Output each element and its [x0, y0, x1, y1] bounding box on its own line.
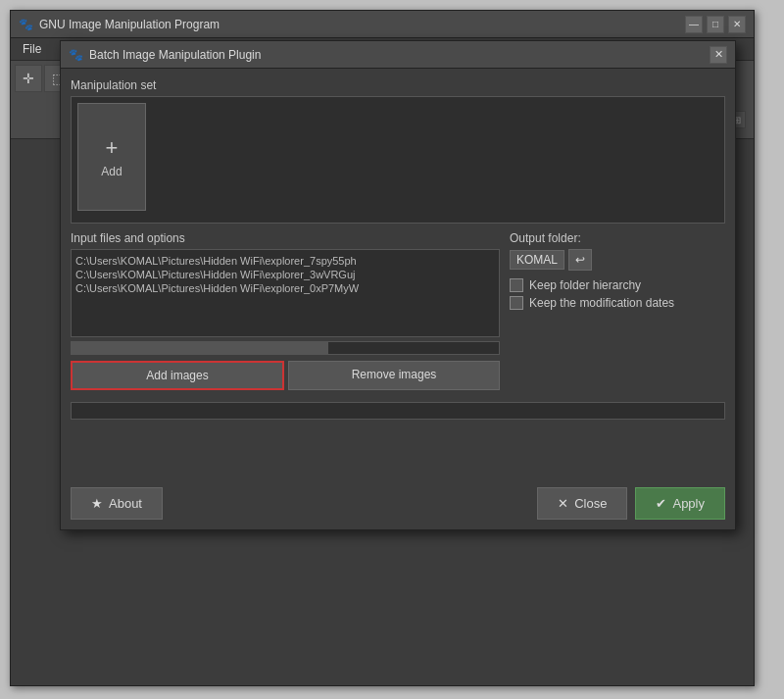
add-label: Add — [101, 165, 122, 178]
remove-images-button[interactable]: Remove images — [288, 361, 500, 390]
keep-dates-label: Keep the modification dates — [529, 296, 674, 310]
keep-hierarchy-checkbox[interactable] — [510, 278, 523, 292]
file-buttons: Add images Remove images — [71, 361, 500, 390]
manipulation-set-section: Manipulation set + Add — [71, 78, 725, 224]
menu-file[interactable]: File — [15, 40, 49, 58]
title-bar-controls: — □ ✕ — [685, 16, 746, 33]
dialog-title: Batch Image Manipulation Plugin — [89, 48, 261, 62]
keep-hierarchy-label: Keep folder hierarchy — [529, 278, 641, 292]
output-folder-label: Output folder: — [510, 231, 725, 245]
about-icon: ★ — [91, 496, 103, 511]
progress-bar-fill — [72, 342, 328, 354]
input-files-left: Input files and options C:\Users\KOMAL\P… — [71, 231, 500, 390]
title-bar-left: 🐾 GNU Image Manipulation Program — [19, 18, 220, 31]
manipulation-set-label: Manipulation set — [71, 78, 725, 92]
file-entry-2: C:\Users\KOMAL\Pictures\Hidden WiFi\expl… — [75, 281, 495, 295]
dialog-close-button[interactable]: ✕ — [710, 46, 727, 64]
apply-button[interactable]: ✔ Apply — [635, 487, 725, 520]
title-bar: 🐾 GNU Image Manipulation Program — □ ✕ — [11, 11, 754, 38]
app-icon: 🐾 — [19, 18, 33, 31]
keep-dates-checkbox[interactable] — [510, 296, 523, 310]
keep-dates-row: Keep the modification dates — [510, 296, 725, 310]
output-folder-button[interactable]: ↩ — [568, 249, 592, 271]
apply-label: Apply — [672, 496, 705, 511]
manipulation-set-area: + Add — [71, 96, 725, 224]
file-entry-0: C:\Users\KOMAL\Pictures\Hidden WiFi\expl… — [75, 254, 495, 268]
close-button[interactable]: ✕ — [728, 16, 746, 33]
progress-bar — [71, 341, 500, 355]
input-files-section: Input files and options C:\Users\KOMAL\P… — [71, 231, 725, 390]
close-icon: ✕ — [558, 496, 568, 511]
output-folder-value: KOMAL — [510, 250, 564, 270]
input-files-right: Output folder: KOMAL ↩ Keep folder hiera… — [510, 231, 725, 390]
about-label: About — [109, 496, 142, 511]
about-button[interactable]: ★ About — [71, 487, 163, 520]
tool-move[interactable]: ✛ — [15, 65, 42, 92]
close-dialog-button[interactable]: ✕ Close — [537, 487, 627, 520]
input-files-label: Input files and options — [71, 231, 500, 245]
status-bar — [71, 402, 725, 420]
maximize-button[interactable]: □ — [707, 16, 724, 33]
keep-hierarchy-row: Keep folder hierarchy — [510, 278, 725, 292]
add-icon: + — [106, 135, 119, 161]
gimp-main-window: 🐾 GNU Image Manipulation Program — □ ✕ F… — [10, 10, 755, 686]
files-list[interactable]: C:\Users\KOMAL\Pictures\Hidden WiFi\expl… — [71, 249, 500, 337]
minimize-button[interactable]: — — [685, 16, 703, 33]
dialog-icon: 🐾 — [69, 48, 83, 62]
file-entry-1: C:\Users\KOMAL\Pictures\Hidden WiFi\expl… — [75, 268, 495, 281]
close-label: Close — [574, 496, 607, 511]
output-folder-row: KOMAL ↩ — [510, 249, 725, 271]
app-title: GNU Image Manipulation Program — [39, 18, 220, 31]
bottom-buttons: ★ About ✕ Close ✔ Apply — [71, 481, 725, 520]
dialog-content: Manipulation set + Add Input files and o… — [61, 69, 735, 529]
batch-dialog: 🐾 Batch Image Manipulation Plugin ✕ Mani… — [60, 40, 736, 530]
add-images-button[interactable]: Add images — [71, 361, 284, 390]
dialog-title-bar: 🐾 Batch Image Manipulation Plugin ✕ — [61, 41, 735, 69]
dialog-title-left: 🐾 Batch Image Manipulation Plugin — [69, 48, 261, 62]
apply-icon: ✔ — [656, 496, 666, 511]
bottom-btn-right: ✕ Close ✔ Apply — [537, 487, 725, 520]
add-manipulation-button[interactable]: + Add — [77, 103, 146, 211]
